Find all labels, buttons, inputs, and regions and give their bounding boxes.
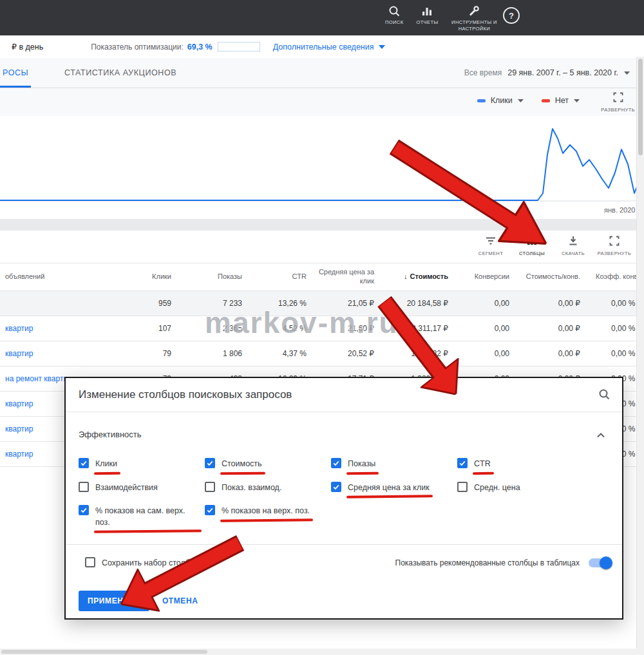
checkbox-icon[interactable] xyxy=(205,482,215,492)
horizontal-scrollbar[interactable] xyxy=(0,649,636,655)
checkbox-icon[interactable] xyxy=(85,557,95,567)
toggle-knob xyxy=(600,556,612,569)
ad-group-link[interactable]: квартир xyxy=(0,341,119,366)
column-header-cost-per-conv[interactable]: Стоимость/конв. xyxy=(518,263,589,290)
columns-button[interactable]: СТОЛБЦЫ xyxy=(514,235,550,256)
cell-cost-per-conv: 0,00 ₽ xyxy=(518,291,589,316)
date-range-selector[interactable]: Все время 29 янв. 2007 г. – 5 янв. 2020 … xyxy=(464,58,630,88)
column-option-cost[interactable]: Стоимость xyxy=(205,458,331,470)
column-option-interactions[interactable]: Взаимодействия xyxy=(79,482,205,494)
vertical-scrollbar[interactable] xyxy=(636,57,644,649)
scrollbar-thumb[interactable] xyxy=(1,650,207,654)
checkbox-icon[interactable] xyxy=(331,482,341,492)
column-option-abs-top-impression-share[interactable]: % показов на сам. верх. поз. xyxy=(79,505,205,528)
modal-title: Изменение столбцов поисковых запросов xyxy=(79,388,292,401)
column-option-top-impression-share[interactable]: % показов на верх. поз. xyxy=(205,505,359,528)
chevron-down-icon xyxy=(518,99,524,102)
checkbox-label: CTR xyxy=(474,458,491,470)
search-menu-button[interactable]: ПОИСК xyxy=(385,5,403,32)
checkbox-icon[interactable] xyxy=(79,505,89,515)
reports-menu-button[interactable]: ОТЧЕТЫ xyxy=(416,5,438,32)
optimization-bar: ₽ в день Показатель оптимизации: 69,3 % … xyxy=(0,35,644,58)
tools-settings-menu-button[interactable]: ИНСТРУМЕНТЫ И НАСТРОЙКИ xyxy=(451,5,497,32)
column-option-clicks[interactable]: Клики xyxy=(79,458,205,470)
table-expand-button[interactable]: РАЗВЕРНУТЬ xyxy=(596,235,632,256)
save-column-set-checkbox[interactable]: Сохранить набор столбцов xyxy=(85,557,210,569)
expand-icon xyxy=(612,91,624,106)
sort-descending-icon: ↓ xyxy=(404,272,408,281)
table-toolbar-actions: СЕГМЕНТ СТОЛБЦЫ СКАЧАТЬ РАЗВЕРНУТЬ xyxy=(473,235,632,256)
column-options: Клики Стоимость Показы CTR Вз xyxy=(79,458,613,540)
download-button[interactable]: СКАЧАТЬ xyxy=(555,235,591,256)
cell-cost: 1 621,32 ₽ xyxy=(383,341,457,366)
recommended-columns-toggle[interactable] xyxy=(589,558,611,567)
column-option-interaction-rate[interactable]: Показ. взаимод. xyxy=(205,482,331,494)
download-icon xyxy=(567,235,579,249)
checkbox-label: % показов на верх. поз. xyxy=(222,505,310,517)
checkbox-icon[interactable] xyxy=(205,458,215,468)
ad-group-link[interactable]: квартир xyxy=(0,316,119,341)
collapse-section-button[interactable] xyxy=(596,429,605,441)
column-option-avg-cpc[interactable]: Средняя цена за клик xyxy=(331,482,457,494)
modal-buttons: ПРИМЕНИТЬ ОТМЕНА xyxy=(79,591,207,611)
section-performance-label: Эффективность xyxy=(79,430,142,439)
metric-selector-clicks[interactable]: Клики xyxy=(477,96,524,105)
cancel-button[interactable]: ОТМЕНА xyxy=(153,591,207,611)
clicks-series-swatch xyxy=(477,99,486,102)
chart-expand-button[interactable]: РАЗВЕРНУТЬ xyxy=(601,91,635,113)
optimization-score-label: Показатель оптимизации: xyxy=(91,43,184,52)
apply-button[interactable]: ПРИМЕНИТЬ xyxy=(79,591,149,611)
checkbox-label: Клики xyxy=(95,458,117,470)
search-label: ПОИСК xyxy=(385,19,403,26)
metric-selector-none[interactable]: Нет xyxy=(542,96,580,105)
scrollbar-thumb[interactable] xyxy=(638,59,643,155)
column-option-impressions[interactable]: Показы xyxy=(331,458,457,470)
column-header-impressions[interactable]: Показы xyxy=(180,263,251,290)
tab-auction-insights[interactable]: СТАТИСТИКА АУКЦИОНОВ xyxy=(64,58,176,88)
section-divider-band xyxy=(0,219,644,231)
chart-canvas xyxy=(0,116,644,219)
column-header-conversions[interactable]: Конверсии xyxy=(457,263,518,290)
column-option-avg-price[interactable]: Средн. цена xyxy=(457,482,583,494)
column-header-ctr[interactable]: CTR xyxy=(251,263,316,290)
divider xyxy=(66,412,622,412)
checkbox-label: Сохранить набор столбцов xyxy=(102,557,204,569)
search-icon[interactable] xyxy=(598,388,611,403)
top-app-bar: ПОИСК ОТЧЕТЫ ИНСТРУМЕНТЫ И НАСТРОЙКИ ? xyxy=(0,0,644,35)
chart-controls-row: Клики Нет РАЗВЕРНУТЬ xyxy=(0,88,644,116)
column-header-clicks[interactable]: Клики xyxy=(119,263,180,290)
segment-button[interactable]: СЕГМЕНТ xyxy=(473,235,509,256)
cell-clicks: 959 xyxy=(119,291,180,316)
wrench-icon xyxy=(468,5,480,17)
segment-icon xyxy=(485,235,497,249)
date-range-value: 29 янв. 2007 г. – 5 янв. 2020 г. xyxy=(507,68,618,77)
scrollbar-corner xyxy=(636,649,644,655)
table-toolbar: СЕГМЕНТ СТОЛБЦЫ СКАЧАТЬ РАЗВЕРНУТЬ xyxy=(0,231,644,263)
column-option-ctr[interactable]: CTR xyxy=(457,458,583,470)
checkbox-icon[interactable] xyxy=(79,482,89,492)
chevron-down-icon xyxy=(379,45,385,49)
checkbox-icon[interactable] xyxy=(79,458,89,468)
help-button[interactable]: ? xyxy=(503,7,520,24)
optimization-score-value: 69,3 % xyxy=(187,43,213,52)
checkbox-icon[interactable] xyxy=(457,482,468,492)
column-header-avg-cpc[interactable]: Средняя цена за клик xyxy=(316,263,383,290)
chevron-down-icon xyxy=(624,71,630,75)
checkbox-icon[interactable] xyxy=(205,505,215,515)
more-details-link[interactable]: Дополнительные сведения xyxy=(273,43,385,52)
recommended-columns-setting: Показывать рекомендованные столбцы в таб… xyxy=(395,558,611,567)
tools-label: ИНСТРУМЕНТЫ И НАСТРОЙКИ xyxy=(451,19,497,32)
daily-budget-label: ₽ в день xyxy=(12,42,43,52)
cell-ctr: 4,37 % xyxy=(251,341,316,366)
column-options-row: Взаимодействия Показ. взаимод. Средняя ц… xyxy=(79,482,613,494)
cell-conversions: 0,00 xyxy=(457,291,518,316)
x-axis-tick-label: янв. 2020 xyxy=(604,206,635,214)
column-header-cost[interactable]: ↓ Стоимость xyxy=(383,263,457,290)
tab-search-queries[interactable]: РОСЫ xyxy=(0,58,31,88)
checkbox-icon[interactable] xyxy=(331,458,341,468)
checkbox-icon[interactable] xyxy=(457,458,468,468)
google-ads-ui: ПОИСК ОТЧЕТЫ ИНСТРУМЕНТЫ И НАСТРОЙКИ ? ₽… xyxy=(0,0,644,655)
chart-legend: Клики Нет xyxy=(477,96,580,105)
clicks-chart: янв. 2020 xyxy=(0,116,644,219)
column-header-ad-group[interactable]: объявлений xyxy=(0,263,119,290)
